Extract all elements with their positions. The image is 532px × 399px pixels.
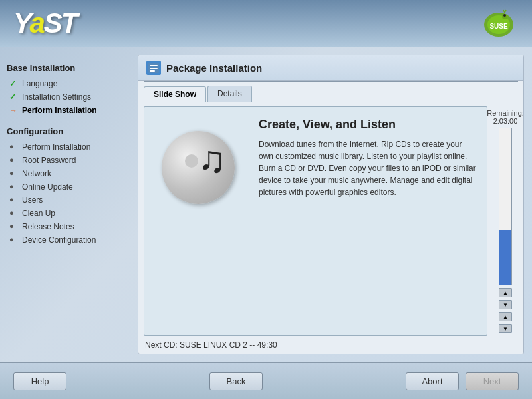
suse-logo: SUSE xyxy=(479,7,519,40)
bullet-icon: ● xyxy=(9,234,19,245)
bullet-icon: ● xyxy=(9,221,19,232)
next-button[interactable]: Next xyxy=(466,372,519,390)
svg-line-6 xyxy=(503,10,505,13)
configuration-title: Configuration xyxy=(7,126,123,136)
progress-fill xyxy=(499,230,511,285)
slide-image: ♫ xyxy=(155,118,248,217)
music-note-icon: ♫ xyxy=(198,141,226,178)
sidebar-item-installation-settings[interactable]: ✓ Installation Settings xyxy=(7,90,123,104)
sidebar-item-users[interactable]: ● Users xyxy=(7,194,123,207)
tab-slide-show[interactable]: Slide Show xyxy=(144,86,206,102)
sidebar: Base Installation ✓ Language ✓ Installat… xyxy=(0,47,130,362)
sidebar-item-perform-installation-config[interactable]: ● Perform Installation xyxy=(7,140,123,154)
panel-title: Package Installation xyxy=(166,63,262,74)
progress-arrow-down[interactable]: ▼ xyxy=(499,300,512,309)
svg-rect-10 xyxy=(150,70,155,72)
svg-rect-9 xyxy=(150,68,158,69)
tabs-area: Slide Show Details xyxy=(138,82,523,102)
check-icon: ✓ xyxy=(9,78,19,90)
main-content: Package Installation Slide Show Details … xyxy=(130,47,532,362)
svg-text:SUSE: SUSE xyxy=(489,23,508,30)
sidebar-item-online-update[interactable]: ● Online Update xyxy=(7,180,123,194)
cd-center-hole xyxy=(185,154,198,168)
bullet-icon: ● xyxy=(9,154,19,166)
svg-point-4 xyxy=(503,14,506,17)
abort-button[interactable]: Abort xyxy=(406,372,459,390)
svg-rect-8 xyxy=(150,65,158,66)
progress-arrow-down2[interactable]: ▼ xyxy=(499,324,512,333)
slide-title: Create, View, and Listen xyxy=(259,118,476,132)
slide-text: Create, View, and Listen Download tunes … xyxy=(259,118,476,198)
sidebar-item-device-configuration[interactable]: ● Device Configuration xyxy=(7,233,123,247)
progress-arrow-up2[interactable]: ▲ xyxy=(499,312,512,321)
package-icon xyxy=(146,61,161,75)
back-button[interactable]: Back xyxy=(209,372,263,390)
bullet-icon: ● xyxy=(9,168,19,179)
base-installation-title: Base Installation xyxy=(7,63,123,73)
sidebar-item-root-password[interactable]: ● Root Password xyxy=(7,154,123,167)
panel-header: Package Installation xyxy=(138,55,523,81)
sidebar-item-language[interactable]: ✓ Language xyxy=(7,77,123,90)
progress-arrow-up[interactable]: ▲ xyxy=(499,288,512,297)
sidebar-item-clean-up[interactable]: ● Clean Up xyxy=(7,207,123,220)
yast-logo: YaST xyxy=(13,7,77,39)
bullet-icon: ● xyxy=(9,141,19,152)
bottom-bar: Help Back Abort Next xyxy=(0,362,532,399)
progress-arrows: ▲ ▼ ▲ ▼ xyxy=(499,288,512,333)
bullet-icon: ● xyxy=(9,181,19,192)
slideshow-area: ♫ Create, View, and Listen Download tune… xyxy=(138,106,523,336)
tab-details[interactable]: Details xyxy=(207,86,252,102)
bullet-icon: ● xyxy=(9,207,19,219)
progress-sidebar: Remaining: 2:03:00 ▲ ▼ ▲ ▼ xyxy=(493,106,518,336)
slide-content: ♫ Create, View, and Listen Download tune… xyxy=(144,106,487,336)
sidebar-item-network[interactable]: ● Network xyxy=(7,167,123,180)
slide-description: Download tunes from the Internet. Rip CD… xyxy=(259,138,476,198)
next-cd-bar: Next CD: SUSE LINUX CD 2 -- 49:30 xyxy=(138,336,523,354)
help-button[interactable]: Help xyxy=(13,372,66,390)
bottom-center: Back xyxy=(66,372,406,390)
header: YaST SUSE xyxy=(0,0,532,47)
sidebar-item-perform-installation[interactable]: → Perform Installation xyxy=(7,104,123,117)
arrow-icon: → xyxy=(9,104,19,116)
sidebar-item-release-notes[interactable]: ● Release Notes xyxy=(7,220,123,233)
package-panel: Package Installation Slide Show Details … xyxy=(138,55,524,354)
bullet-icon: ● xyxy=(9,194,19,205)
progress-track xyxy=(499,128,512,285)
check-icon: ✓ xyxy=(9,91,19,103)
remaining-label: Remaining: 2:03:00 xyxy=(487,109,523,125)
